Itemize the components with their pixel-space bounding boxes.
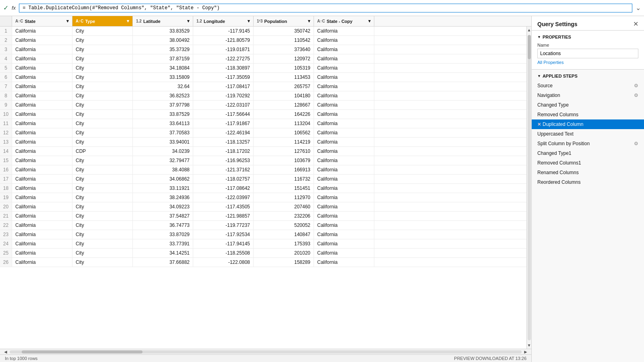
cell-state: California bbox=[12, 175, 72, 183]
cell-statecopy: California bbox=[314, 64, 374, 72]
table-row: 17 California City 34.06862 -118.02757 1… bbox=[0, 175, 526, 184]
cell-lon: -117.43505 bbox=[193, 202, 254, 211]
cell-lat: 33.15809 bbox=[133, 73, 193, 82]
cell-type: City bbox=[72, 230, 133, 239]
cell-statecopy: California bbox=[314, 36, 374, 45]
table-row: 15 California City 32.79477 -116.96253 1… bbox=[0, 156, 526, 165]
cell-pop: 350742 bbox=[254, 27, 314, 35]
col-header-state[interactable]: A↑C State ▾ bbox=[12, 16, 72, 26]
status-right: PREVIEW DOWNLOADED AT 13:26 bbox=[454, 356, 526, 361]
step-item-renamed_columns[interactable]: Renamed Columns bbox=[532, 168, 644, 177]
cell-type: CDP bbox=[72, 147, 133, 156]
formula-input[interactable] bbox=[19, 4, 632, 12]
table-row: 2 California City 38.00492 -121.80579 11… bbox=[0, 36, 526, 45]
cell-lat: 37.70583 bbox=[133, 128, 193, 137]
cell-statecopy: California bbox=[314, 230, 374, 239]
cell-type: City bbox=[72, 91, 133, 100]
step-gear-icon[interactable]: ⚙ bbox=[634, 141, 638, 146]
statecopy-filter-btn[interactable]: ▾ bbox=[366, 19, 371, 24]
cell-pop: 110542 bbox=[254, 36, 314, 45]
cell-lon: -121.37162 bbox=[193, 165, 254, 174]
step-gear-icon[interactable]: ⚙ bbox=[634, 83, 638, 88]
cell-statecopy: California bbox=[314, 239, 374, 248]
confirm-icon[interactable]: ✓ bbox=[3, 4, 8, 12]
step-item-reordered_columns[interactable]: Reordered Columns bbox=[532, 177, 644, 187]
status-bar: In top 1000 rows PREVIEW DOWNLOADED AT 1… bbox=[0, 354, 531, 362]
state-filter-btn[interactable]: ▾ bbox=[64, 19, 69, 24]
col-header-pop[interactable]: 1²3 Population ▾ bbox=[254, 16, 314, 26]
scroll-up-arrow[interactable]: ▲ bbox=[527, 27, 531, 33]
cell-rownum: 16 bbox=[0, 165, 12, 174]
cell-state: California bbox=[12, 101, 72, 109]
close-panel-button[interactable]: ✕ bbox=[633, 20, 638, 28]
vertical-scrollbar[interactable]: ▲ ▼ bbox=[526, 27, 531, 349]
step-gear-icon[interactable]: ⚙ bbox=[634, 93, 638, 98]
cell-lon: -117.94145 bbox=[193, 239, 254, 248]
step-item-navigation[interactable]: Navigation ⚙ bbox=[532, 90, 644, 100]
table-row: 22 California City 36.74773 -119.77237 5… bbox=[0, 221, 526, 230]
step-item-uppercased_text[interactable]: Uppercased Text bbox=[532, 129, 644, 139]
cell-lon: -122.03997 bbox=[193, 193, 254, 202]
cell-type: City bbox=[72, 82, 133, 91]
all-properties-link[interactable]: All Properties bbox=[537, 60, 564, 65]
status-left: In top 1000 rows bbox=[5, 356, 37, 361]
cell-pop: 201020 bbox=[254, 249, 314, 257]
cell-rownum: 21 bbox=[0, 212, 12, 220]
v-scroll-thumb[interactable] bbox=[528, 35, 531, 59]
cell-lat: 33.11921 bbox=[133, 184, 193, 193]
scroll-left-arrow[interactable]: ◄ bbox=[2, 349, 10, 355]
lon-filter-btn[interactable]: ▾ bbox=[245, 19, 250, 24]
cell-rownum: 10 bbox=[0, 110, 12, 119]
scroll-down-arrow[interactable]: ▼ bbox=[527, 342, 531, 349]
cell-state: California bbox=[12, 119, 72, 128]
cell-lat: 33.64113 bbox=[133, 119, 193, 128]
cell-lon: -122.27275 bbox=[193, 54, 254, 63]
formula-expand-button[interactable]: ⌄ bbox=[636, 4, 641, 12]
pop-filter-btn[interactable]: ▾ bbox=[305, 19, 310, 24]
v-scroll-track bbox=[528, 35, 531, 340]
table-row: 14 California CDP 34.0239 -118.17202 127… bbox=[0, 147, 526, 156]
h-scroll-thumb[interactable] bbox=[22, 350, 142, 354]
cell-rownum: 6 bbox=[0, 73, 12, 82]
cell-pop: 520052 bbox=[254, 221, 314, 230]
cell-pop: 105319 bbox=[254, 64, 314, 72]
step-label-changed_type: Changed Type bbox=[537, 102, 569, 108]
col-header-statecopy[interactable]: A↑C State - Copy ▾ bbox=[314, 16, 374, 26]
cell-state: California bbox=[12, 184, 72, 193]
col-header-type[interactable]: A↑C Type ▾ bbox=[72, 16, 133, 26]
lat-filter-btn[interactable]: ▾ bbox=[185, 19, 190, 24]
cell-state: California bbox=[12, 202, 72, 211]
cell-pop: 113453 bbox=[254, 73, 314, 82]
cell-rownum: 15 bbox=[0, 156, 12, 165]
step-item-changed_type[interactable]: Changed Type bbox=[532, 100, 644, 110]
horizontal-scrollbar[interactable]: ◄ ► bbox=[0, 349, 531, 354]
cell-rownum: 8 bbox=[0, 91, 12, 100]
type-filter-btn[interactable]: ▾ bbox=[124, 19, 129, 24]
col-header-lon[interactable]: 1.2 Longitude ▾ bbox=[193, 16, 254, 26]
cell-rownum: 12 bbox=[0, 128, 12, 137]
cell-type: City bbox=[72, 27, 133, 35]
col-header-lat[interactable]: 1.2 Latitude ▾ bbox=[133, 16, 193, 26]
step-item-duplicated_column[interactable]: ✕ Duplicated Column bbox=[532, 119, 644, 129]
cell-lat: 34.06862 bbox=[133, 175, 193, 183]
scroll-right-arrow[interactable]: ► bbox=[522, 349, 530, 355]
row-num-header bbox=[0, 16, 12, 26]
pop-type-icon: 1²3 bbox=[257, 19, 262, 23]
cell-statecopy: California bbox=[314, 221, 374, 230]
cell-pop: 112970 bbox=[254, 193, 314, 202]
cell-rownum: 7 bbox=[0, 82, 12, 91]
cell-lon: -117.35059 bbox=[193, 73, 254, 82]
table-row: 11 California City 33.64113 -117.91867 1… bbox=[0, 119, 526, 128]
query-name-input[interactable] bbox=[537, 49, 638, 58]
step-item-removed_columns[interactable]: Removed Columns bbox=[532, 110, 644, 119]
cell-lat: 32.79477 bbox=[133, 156, 193, 165]
step-item-split_column[interactable]: Split Column by Position ⚙ bbox=[532, 139, 644, 148]
step-item-source[interactable]: Source ⚙ bbox=[532, 81, 644, 90]
cell-lat: 36.82523 bbox=[133, 91, 193, 100]
step-item-removed_columns1[interactable]: Removed Columns1 bbox=[532, 158, 644, 168]
properties-section: PROPERTIES Name All Properties bbox=[532, 31, 644, 70]
cell-rownum: 9 bbox=[0, 101, 12, 109]
cell-rownum: 3 bbox=[0, 45, 12, 54]
step-item-changed_type1[interactable]: Changed Type1 bbox=[532, 148, 644, 158]
table-row: 23 California City 33.87029 -117.92534 1… bbox=[0, 230, 526, 239]
